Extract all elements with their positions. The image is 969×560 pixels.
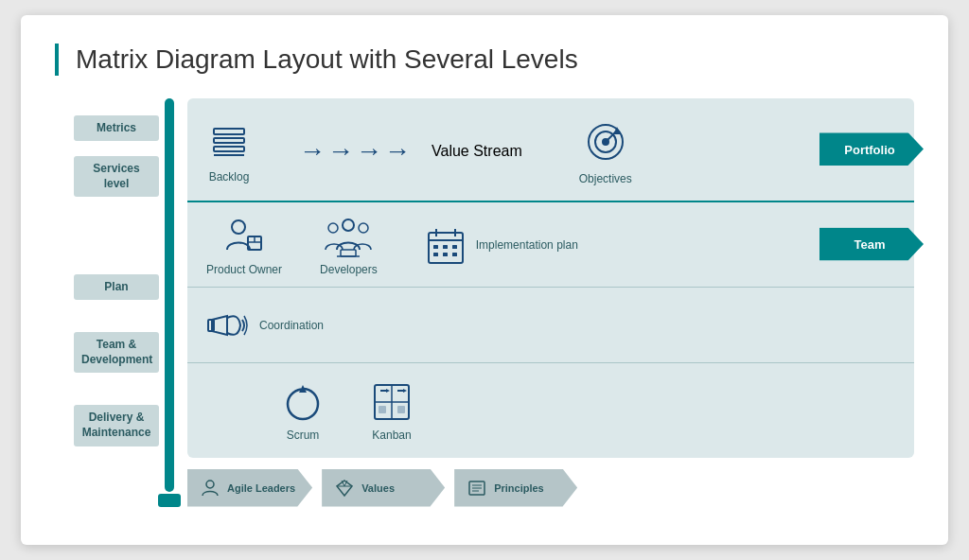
- label-team-dev: Team & Development: [74, 332, 159, 373]
- agile-leaders-tab[interactable]: Agile Leaders: [187, 469, 312, 507]
- objectives-icon: [581, 117, 630, 166]
- svg-rect-22: [433, 245, 438, 249]
- backlog-label: Backlog: [209, 170, 250, 184]
- svg-marker-36: [403, 389, 407, 393]
- person-icon: [201, 479, 220, 498]
- list-icon: [467, 479, 486, 498]
- developers-label: Developers: [320, 263, 378, 276]
- product-owner-label: Product Owner: [206, 263, 282, 276]
- bottom-tabs: Agile Leaders Values: [187, 469, 914, 507]
- coordination-item: Coordination: [206, 306, 324, 344]
- diagram-area: Metrics Services level Plan Team & Devel…: [55, 98, 914, 507]
- team-badge: Team: [819, 228, 924, 261]
- principles-tab[interactable]: Principles: [454, 469, 577, 507]
- arrow-3: →: [356, 136, 382, 166]
- kanban-item: Kanban: [371, 381, 413, 442]
- svg-point-39: [206, 481, 214, 488]
- arrow-1: →: [299, 136, 326, 166]
- slide-title: Matrix Diagram Layout with Several Level…: [55, 44, 914, 76]
- product-owner-item: Product Owner: [206, 216, 282, 276]
- objectives-label: Objectives: [579, 172, 632, 185]
- developers-icon: [324, 216, 373, 257]
- label-plan: Plan: [74, 274, 159, 301]
- vertical-bar: [159, 98, 180, 507]
- svg-rect-27: [452, 253, 457, 256]
- svg-rect-25: [433, 253, 438, 256]
- coordination-label: Coordination: [259, 319, 324, 332]
- svg-point-15: [359, 223, 368, 233]
- values-label: Values: [361, 482, 395, 494]
- left-labels: Metrics Services level Plan Team & Devel…: [55, 98, 159, 507]
- portfolio-row: Backlog → → → → Value Stream: [187, 98, 914, 202]
- svg-rect-0: [214, 129, 244, 134]
- impl-plan-label: Implementation plan: [476, 238, 578, 254]
- team-row: Product Owner: [187, 202, 914, 288]
- label-delivery: Delivery & Maintenance: [74, 405, 159, 446]
- scrum-item: Scrum: [282, 381, 324, 442]
- values-tab[interactable]: Values: [322, 469, 445, 507]
- calendar-icon: [425, 225, 467, 267]
- team-dev-row: Coordination: [187, 288, 914, 363]
- label-services-level: Services level: [74, 156, 159, 197]
- v-bar-base: [158, 494, 181, 507]
- svg-rect-16: [341, 250, 356, 256]
- megaphone-icon: [206, 306, 252, 344]
- svg-point-9: [232, 220, 245, 234]
- agile-leaders-label: Agile Leaders: [227, 482, 295, 494]
- arrow-2: →: [327, 136, 354, 166]
- label-metrics: Metrics: [74, 115, 159, 142]
- value-stream-label: Value Stream: [432, 143, 522, 160]
- product-owner-icon: [223, 216, 265, 257]
- svg-rect-26: [443, 253, 448, 256]
- kanban-icon: [371, 381, 413, 423]
- developers-item: Developers: [320, 216, 378, 276]
- impl-plan-item: Implementation plan: [425, 225, 578, 267]
- main-content: Backlog → → → → Value Stream: [187, 98, 914, 507]
- principles-label: Principles: [494, 482, 544, 494]
- svg-rect-37: [379, 406, 386, 413]
- v-bar-main: [165, 98, 174, 492]
- svg-rect-1: [214, 138, 244, 143]
- svg-marker-40: [337, 481, 352, 496]
- delivery-row: Scrum: [187, 363, 914, 458]
- diamond-icon: [335, 479, 354, 498]
- svg-rect-23: [443, 245, 448, 249]
- arrow-4: →: [384, 136, 411, 166]
- slide: Matrix Diagram Layout with Several Level…: [21, 15, 948, 545]
- backlog-icon: [206, 119, 252, 165]
- svg-rect-38: [397, 406, 405, 413]
- kanban-label: Kanban: [372, 429, 411, 442]
- objectives-item: Objectives: [579, 117, 632, 185]
- portfolio-badge: Portfolio: [819, 132, 924, 166]
- svg-point-13: [343, 219, 354, 231]
- svg-rect-2: [214, 147, 244, 151]
- svg-marker-34: [386, 389, 390, 393]
- backlog-item: Backlog: [206, 119, 252, 184]
- scrum-icon: [282, 381, 324, 423]
- value-stream-arrows: → → → →: [299, 136, 413, 166]
- scrum-label: Scrum: [287, 429, 320, 442]
- svg-point-14: [328, 223, 338, 233]
- svg-rect-24: [452, 245, 457, 249]
